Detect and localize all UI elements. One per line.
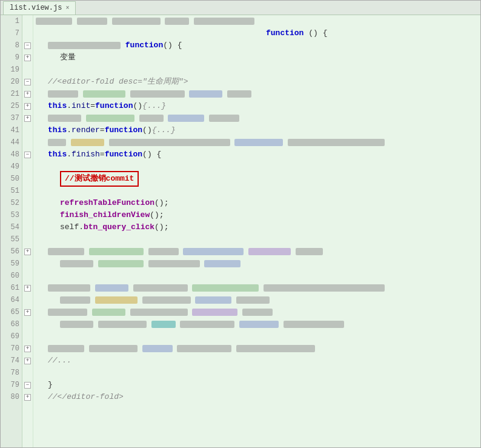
line-numbers: 1 7 8 9 19 20 21 25 37 41 44 48 49 50 51… bbox=[1, 15, 22, 447]
code-line-1 bbox=[36, 15, 480, 27]
line-num: 64 bbox=[1, 294, 22, 306]
code-text: () { bbox=[142, 149, 161, 161]
code-content: function () { function () { 变量 //<editor… bbox=[33, 15, 480, 447]
code-line-55 bbox=[36, 233, 480, 246]
fold-row-collapse[interactable]: − bbox=[22, 76, 33, 88]
blurred-block bbox=[92, 309, 125, 316]
blurred-block bbox=[148, 260, 200, 267]
fold-row-expand[interactable]: + bbox=[22, 88, 33, 100]
fold-row-expand[interactable]: + bbox=[22, 112, 33, 124]
line-num: 51 bbox=[1, 185, 22, 197]
editor-window: list.view.js × 1 7 8 9 19 20 21 25 37 41… bbox=[0, 0, 481, 448]
line-num: 52 bbox=[1, 197, 22, 209]
property-init: init bbox=[71, 100, 90, 112]
code-line-52: refreshTableFunction(); bbox=[36, 197, 480, 209]
blurred-block bbox=[236, 296, 270, 304]
code-line-65 bbox=[36, 306, 480, 318]
code-line-7: function () { bbox=[36, 27, 480, 39]
blurred-block bbox=[86, 115, 134, 122]
code-line-70 bbox=[36, 343, 480, 355]
fold-row-collapse[interactable]: − bbox=[22, 39, 33, 52]
line-num: 25 bbox=[1, 100, 22, 112]
blurred-block bbox=[109, 139, 230, 146]
blurred-block bbox=[60, 260, 93, 267]
blurred-block bbox=[48, 139, 66, 146]
blurred-block bbox=[83, 90, 125, 98]
keyword-this: this bbox=[48, 124, 67, 136]
line-num: 55 bbox=[1, 233, 22, 246]
code-line-56 bbox=[36, 246, 480, 258]
fold-row-expand[interactable]: + bbox=[22, 391, 33, 403]
line-num: 37 bbox=[1, 112, 22, 124]
code-line-19 bbox=[36, 64, 480, 76]
keyword-this: this bbox=[48, 149, 67, 161]
code-line-48: this.finish = function () { bbox=[36, 149, 480, 161]
blurred-block bbox=[239, 321, 279, 328]
blurred-block bbox=[89, 248, 144, 255]
blurred-block bbox=[192, 309, 237, 316]
fold-row-expand[interactable]: + bbox=[22, 343, 33, 355]
fold-row bbox=[22, 124, 33, 136]
blurred-block bbox=[95, 284, 128, 292]
editor-tab[interactable]: list.view.js × bbox=[3, 1, 76, 15]
blurred-block bbox=[98, 321, 147, 328]
blurred-block bbox=[133, 284, 188, 292]
code-text: (); bbox=[150, 209, 164, 221]
blurred-block bbox=[48, 90, 78, 98]
tab-filename: list.view.js bbox=[10, 4, 62, 12]
code-line-53: finish_childrenView(); bbox=[36, 209, 480, 221]
fold-gutter: − + − + + + − + + + bbox=[22, 15, 33, 447]
fold-row-expand[interactable]: + bbox=[22, 355, 33, 367]
code-text: () { bbox=[163, 39, 182, 52]
dots-collapsed: {...} bbox=[152, 124, 176, 136]
fold-row bbox=[22, 15, 33, 27]
code-text: = bbox=[100, 149, 105, 161]
blurred-block bbox=[60, 321, 93, 328]
function-call: finish_childrenView bbox=[60, 209, 150, 221]
code-text: self. bbox=[60, 221, 84, 233]
fold-row bbox=[22, 270, 33, 282]
code-line-50: //测试撤销commit bbox=[36, 173, 480, 185]
blurred-block bbox=[168, 115, 204, 122]
line-num: 41 bbox=[1, 124, 22, 136]
code-line-54: self.btn_query_click(); bbox=[36, 221, 480, 233]
fold-row-expand[interactable]: + bbox=[22, 282, 33, 294]
fold-row bbox=[22, 330, 33, 343]
editor-area: 1 7 8 9 19 20 21 25 37 41 44 48 49 50 51… bbox=[1, 15, 480, 447]
line-num: 1 bbox=[1, 15, 22, 27]
blurred-block bbox=[284, 321, 344, 328]
line-num: 54 bbox=[1, 221, 22, 233]
blurred-block bbox=[130, 90, 185, 98]
fold-row-expand[interactable]: + bbox=[22, 52, 33, 64]
blurred-block bbox=[227, 90, 251, 98]
code-text: = bbox=[90, 100, 95, 112]
code-text-chinese: 变量 bbox=[60, 52, 76, 64]
keyword-this: this bbox=[48, 100, 67, 112]
line-num: 49 bbox=[1, 161, 22, 173]
fold-row-expand[interactable]: + bbox=[22, 306, 33, 318]
property-finish: finish bbox=[71, 149, 100, 161]
blurred-block bbox=[48, 284, 90, 292]
line-num: 7 bbox=[1, 27, 22, 39]
blurred-block bbox=[48, 42, 121, 49]
keyword-function: function bbox=[125, 39, 163, 52]
fold-row bbox=[22, 173, 33, 185]
blurred-block bbox=[130, 309, 188, 316]
fold-row-collapse[interactable]: − bbox=[22, 379, 33, 391]
line-num: 48 bbox=[1, 149, 22, 161]
fold-row-collapse[interactable]: − bbox=[22, 149, 33, 161]
line-num: 68 bbox=[1, 318, 22, 330]
blurred-block bbox=[242, 309, 273, 316]
code-line-37 bbox=[36, 112, 480, 124]
line-num: 79 bbox=[1, 379, 22, 391]
line-num: 69 bbox=[1, 330, 22, 343]
line-num: 19 bbox=[1, 64, 22, 76]
blurred-block bbox=[71, 139, 104, 146]
fold-row-expand[interactable]: + bbox=[22, 246, 33, 258]
code-text: () { bbox=[308, 28, 327, 38]
fold-row-expand[interactable]: + bbox=[22, 100, 33, 112]
blurred-block bbox=[148, 248, 179, 255]
code-line-60 bbox=[36, 270, 480, 282]
tab-close-button[interactable]: × bbox=[65, 5, 69, 12]
fold-row bbox=[22, 197, 33, 209]
